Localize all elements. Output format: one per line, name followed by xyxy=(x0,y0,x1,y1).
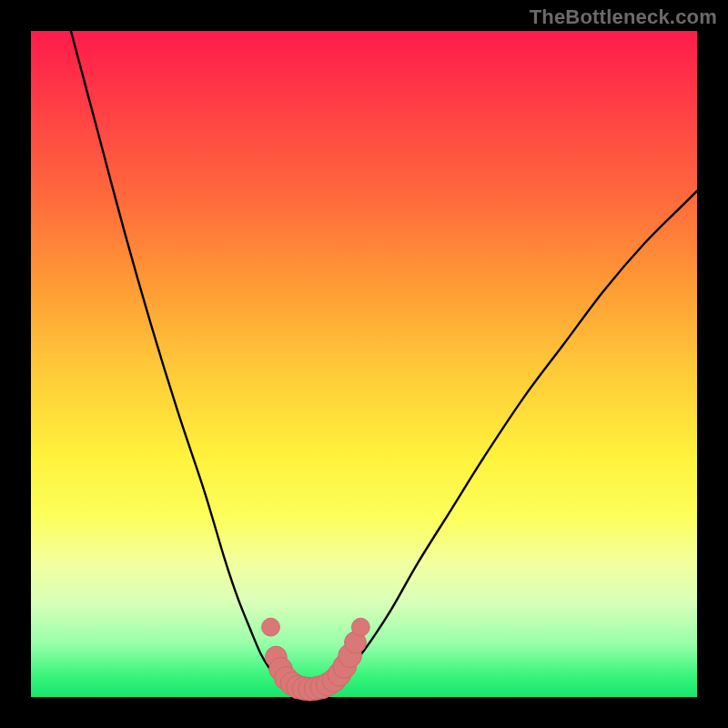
chart-frame: TheBottleneck.com xyxy=(0,0,728,728)
curve-svg xyxy=(31,31,697,697)
left-branch-path xyxy=(71,31,284,685)
right-branch-path xyxy=(330,191,697,685)
watermark-text: TheBottleneck.com xyxy=(530,5,717,29)
plot-area xyxy=(31,31,697,697)
valley-marker xyxy=(351,618,369,636)
valley-marker xyxy=(262,618,280,636)
valley-markers xyxy=(262,618,370,701)
